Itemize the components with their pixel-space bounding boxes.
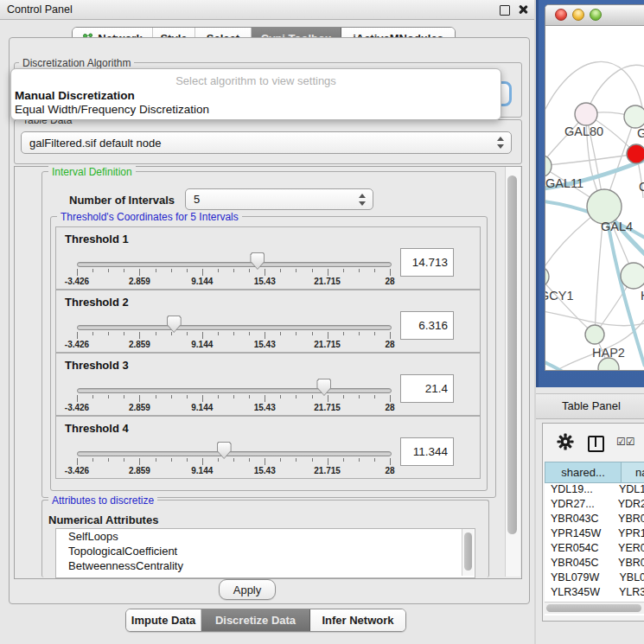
close-icon[interactable] (518, 4, 528, 15)
popup-option-manual-discretization[interactable]: Manual Discretization (15, 88, 497, 103)
table-row[interactable]: YBR045CYBR0 (545, 557, 644, 571)
zoom-traffic-light-icon[interactable] (590, 9, 602, 21)
network-edge[interactable] (545, 154, 636, 166)
scrollbar-thumb[interactable] (546, 604, 641, 612)
algorithm-popup: Select algorithm to view settings Manual… (10, 68, 501, 120)
slider-tick (108, 458, 109, 462)
slider-thumb[interactable] (316, 379, 331, 396)
slider-tick-labels: -3.4262.8599.14415.4321.71528 (77, 403, 390, 413)
slider-tick (374, 395, 375, 399)
threshold-value-field[interactable]: 14.713 (400, 248, 454, 277)
network-view-window[interactable]: GAL80GACGAL11GAL4GCY1HHAP2 (545, 4, 644, 371)
network-node[interactable] (624, 105, 644, 128)
tab-impute-data[interactable]: Impute Data (126, 609, 201, 631)
close-traffic-light-icon[interactable] (555, 9, 567, 21)
slider-tick (390, 395, 391, 402)
table-data-combobox[interactable]: galFiltered.sif default node (21, 131, 512, 154)
slider-tick-labels: -3.4262.8599.14415.4321.71528 (77, 466, 390, 476)
cell-name[interactable]: YPR1 (615, 527, 644, 542)
column-header-name[interactable]: na (621, 462, 644, 483)
network-edge[interactable] (545, 277, 595, 335)
table-row[interactable]: YPR145WYPR1 (545, 527, 644, 542)
slider-tick (92, 269, 93, 272)
slider-tick (124, 395, 124, 399)
cell-shared-name[interactable]: YBR043C (545, 513, 615, 527)
table-row[interactable]: YBL079WYBL0 (545, 571, 644, 586)
network-node[interactable] (621, 263, 644, 289)
gear-icon[interactable] (557, 433, 574, 454)
slider-thumb[interactable] (250, 252, 265, 270)
network-canvas[interactable]: GAL80GACGAL11GAL4GCY1HHAP2 (545, 25, 644, 370)
slider-track[interactable] (77, 325, 392, 330)
tab-infer-network[interactable]: Infer Network (310, 609, 405, 631)
network-node[interactable] (575, 103, 597, 125)
slider-thumb[interactable] (217, 442, 232, 459)
cell-shared-name[interactable]: YPR145W (545, 527, 615, 542)
cell-name[interactable]: YBR0 (615, 557, 644, 571)
cell-shared-name[interactable]: YBL079W (545, 571, 616, 586)
slider-track[interactable] (77, 388, 392, 393)
cell-shared-name[interactable]: YER054C (545, 542, 615, 557)
slider-tick (233, 458, 234, 462)
minimize-traffic-light-icon[interactable] (572, 9, 584, 21)
slider-tick (139, 269, 140, 276)
network-node[interactable] (545, 155, 552, 177)
numerical-attributes-list[interactable]: SelfLoopsTopologicalCoefficientBetweenne… (55, 528, 475, 578)
interval-definition-label: Interval Definition (48, 166, 136, 178)
network-node[interactable] (587, 189, 622, 224)
network-node[interactable] (585, 325, 604, 344)
table-row[interactable]: YLR345WYLR3 (545, 586, 644, 601)
cell-shared-name[interactable]: YDL19... (545, 483, 616, 498)
cell-shared-name[interactable]: YBR045C (545, 557, 615, 571)
slider-tick-label: 21.715 (314, 277, 341, 286)
slider-thumb[interactable] (167, 316, 182, 333)
slider-tick (171, 395, 172, 399)
tab-discretize-data[interactable]: Discretize Data (201, 609, 310, 631)
slider-tick (265, 458, 265, 465)
slider-tick (343, 269, 344, 272)
apply-button-label: Apply (233, 583, 262, 596)
attribute-list-item[interactable]: TopologicalCoefficient (56, 544, 475, 558)
tab-label: Infer Network (322, 614, 393, 627)
table-row[interactable]: YBR043CYBR0 (545, 513, 644, 527)
cell-name[interactable]: YBL0 (616, 571, 644, 586)
slider-ticks (77, 458, 390, 465)
panel-vertical-scrollbar[interactable] (505, 167, 520, 577)
slider-ticks (77, 395, 390, 402)
cell-name[interactable]: YBR0 (615, 513, 644, 527)
slider-tick (108, 395, 109, 399)
cell-name[interactable]: YDL1 (616, 483, 644, 498)
cell-name[interactable]: YER0 (615, 542, 644, 557)
attribute-list-item[interactable]: SelfLoops (56, 529, 475, 544)
threshold-value-field[interactable]: 6.316 (400, 311, 454, 340)
table-row[interactable]: YER054CYER0 (545, 542, 644, 557)
attribute-list-item[interactable]: BetweennessCentrality (56, 558, 475, 573)
table-row[interactable]: YDL19...YDL1 (545, 483, 644, 498)
popup-option-equal-width[interactable]: Equal Width/Frequency Discretization (15, 102, 497, 117)
network-node[interactable] (598, 358, 619, 370)
slider-track[interactable] (77, 262, 392, 267)
network-node[interactable] (545, 266, 549, 287)
columns-icon[interactable] (588, 436, 604, 452)
table-horizontal-scrollbar[interactable] (545, 602, 644, 614)
threshold-value-field[interactable]: 11.344 (400, 437, 454, 466)
cell-shared-name[interactable]: YLR345W (545, 586, 616, 601)
cell-shared-name[interactable]: YDR27... (545, 498, 615, 513)
column-header-shared-name[interactable]: shared... (545, 462, 622, 483)
slider-tick (265, 269, 265, 276)
cell-name[interactable]: YLR3 (616, 586, 644, 601)
apply-button[interactable]: Apply (219, 579, 276, 600)
checkbox-checked-icon[interactable]: ☑☑ (616, 436, 635, 448)
network-window-titlebar[interactable] (545, 5, 644, 26)
slider-track[interactable] (77, 451, 392, 456)
number-of-intervals-combobox[interactable]: 5 (185, 188, 373, 210)
table-row[interactable]: YDR27...YDR2 (545, 498, 644, 513)
threshold-value-field[interactable]: 21.4 (400, 374, 454, 403)
attributes-list-scrollbar[interactable] (462, 529, 474, 576)
scrollbar-thumb[interactable] (507, 175, 517, 534)
network-node[interactable] (627, 144, 644, 163)
float-window-icon[interactable] (500, 5, 510, 16)
scrollbar-thumb[interactable] (464, 532, 472, 571)
slider-tick (328, 332, 328, 339)
cell-name[interactable]: YDR2 (615, 498, 644, 513)
